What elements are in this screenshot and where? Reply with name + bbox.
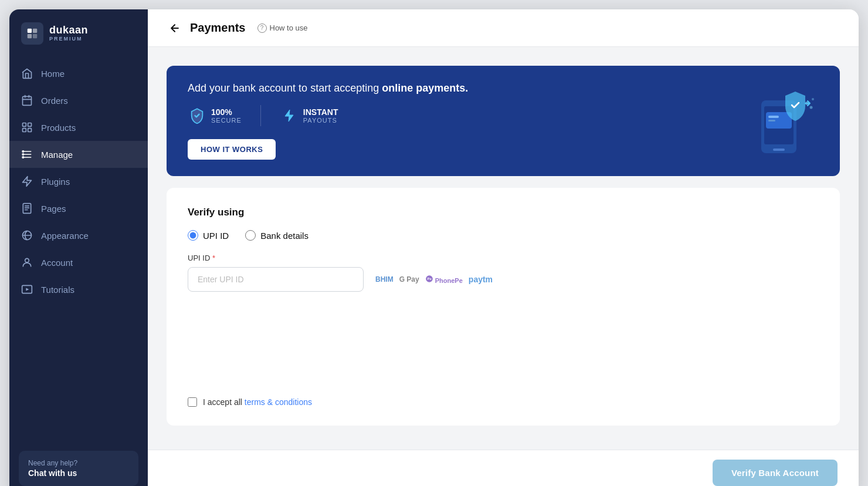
sidebar-item-manage-label: Manage <box>41 150 73 160</box>
gpay-logo: G Pay <box>399 275 419 284</box>
upi-radio[interactable] <box>188 230 198 241</box>
terms-text: I accept all terms & conditions <box>203 397 312 407</box>
sidebar-item-orders[interactable]: Orders <box>9 87 148 114</box>
sidebar-item-manage[interactable]: Manage <box>9 141 148 168</box>
svg-point-14 <box>25 258 29 262</box>
products-icon <box>21 122 33 133</box>
instant-top: INSTANT <box>303 107 338 117</box>
bank-option-label: Bank details <box>260 231 308 241</box>
account-icon <box>21 256 33 268</box>
topbar: Payments ? How to use <box>148 9 859 47</box>
svg-rect-8 <box>28 129 32 132</box>
upi-option-label: UPI ID <box>203 231 229 241</box>
secure-bot: SECURE <box>211 117 242 124</box>
radio-group: UPI ID Bank details <box>188 230 819 241</box>
required-mark: * <box>212 254 215 262</box>
instant-bot: PAYOUTS <box>303 117 338 124</box>
how-it-works-button[interactable]: HOW IT WORKS <box>188 139 276 160</box>
sidebar-item-appearance[interactable]: Appearance <box>9 222 148 249</box>
svg-point-26 <box>810 106 813 109</box>
sidebar-item-plugins-label: Plugins <box>41 177 70 187</box>
svg-point-25 <box>812 98 814 100</box>
sidebar-item-home[interactable]: Home <box>9 60 148 87</box>
sidebar: dukaan PREMIUM Home Orders <box>9 9 148 486</box>
svg-rect-20 <box>773 148 785 151</box>
logo-icon <box>21 22 43 45</box>
banner-title: Add your bank account to start accepting… <box>188 82 819 95</box>
page-title: Payments <box>190 21 246 35</box>
plugins-icon <box>21 176 33 187</box>
logo: dukaan PREMIUM <box>9 9 148 55</box>
banner-illustration <box>744 83 826 159</box>
sidebar-item-products[interactable]: Products <box>9 114 148 141</box>
shield-icon <box>188 106 206 125</box>
svg-marker-17 <box>285 110 293 122</box>
back-button[interactable] <box>167 20 183 36</box>
svg-rect-1 <box>33 29 37 33</box>
bank-radio[interactable] <box>245 230 256 241</box>
terms-link[interactable]: terms & conditions <box>245 397 312 407</box>
sidebar-item-products-label: Products <box>41 123 76 133</box>
bhim-logo: BHIM <box>375 275 394 284</box>
question-icon: ? <box>257 23 267 33</box>
sidebar-item-pages[interactable]: Pages <box>9 195 148 222</box>
svg-marker-16 <box>26 288 29 291</box>
svg-rect-23 <box>768 120 775 122</box>
upi-row: BHIM G Pay Pe PhonePe paytm <box>188 267 819 292</box>
paytm-logo: paytm <box>469 275 493 284</box>
secure-badge-text: 100% SECURE <box>211 107 242 124</box>
svg-point-11 <box>22 157 24 158</box>
svg-point-9 <box>22 151 24 153</box>
help-chat[interactable]: Chat with us <box>28 468 129 478</box>
badge-separator <box>260 105 261 126</box>
sidebar-item-account-label: Account <box>41 258 73 268</box>
pages-icon <box>21 203 33 214</box>
verify-title: Verify using <box>188 207 819 218</box>
manage-icon <box>21 148 33 160</box>
upi-radio-label[interactable]: UPI ID <box>188 230 229 241</box>
orders-icon <box>21 95 33 106</box>
svg-text:Pe: Pe <box>427 277 432 281</box>
sidebar-item-plugins[interactable]: Plugins <box>9 168 148 195</box>
logo-sub: PREMIUM <box>49 36 88 42</box>
svg-rect-22 <box>768 116 779 118</box>
instant-badge: INSTANT PAYOUTS <box>280 105 338 126</box>
banner-content: Add your bank account to start accepting… <box>188 82 819 160</box>
how-to-use-label: How to use <box>270 23 308 32</box>
upi-field-label: UPI ID * <box>188 254 819 262</box>
home-icon <box>21 68 33 79</box>
terms-prefix: I accept all <box>203 397 245 407</box>
sidebar-item-home-label: Home <box>41 69 65 79</box>
svg-rect-5 <box>23 123 26 127</box>
upi-input[interactable] <box>188 267 364 292</box>
secure-top: 100% <box>211 107 242 117</box>
how-to-use-link[interactable]: ? How to use <box>257 23 308 33</box>
terms-checkbox[interactable] <box>188 397 197 407</box>
instant-badge-text: INSTANT PAYOUTS <box>303 107 338 124</box>
sidebar-item-tutorials-label: Tutorials <box>41 285 74 295</box>
logo-name: dukaan <box>49 25 88 36</box>
bank-radio-label[interactable]: Bank details <box>245 230 308 241</box>
svg-rect-6 <box>28 123 32 127</box>
help-text: Need any help? <box>28 459 129 467</box>
sidebar-help: Need any help? Chat with us <box>19 451 138 486</box>
svg-point-10 <box>22 154 24 156</box>
tutorials-icon <box>21 284 33 295</box>
svg-rect-0 <box>28 29 32 33</box>
svg-rect-2 <box>28 34 32 38</box>
sidebar-item-orders-label: Orders <box>41 96 68 106</box>
banner-text-before: Add your bank account to start accepting <box>188 82 382 94</box>
lightning-icon <box>280 106 299 125</box>
sidebar-item-appearance-label: Appearance <box>41 231 89 241</box>
secure-badge: 100% SECURE <box>188 105 242 126</box>
sidebar-item-account[interactable]: Account <box>9 249 148 276</box>
main-area: Payments ? How to use Add your bank acco… <box>148 9 859 486</box>
appearance-icon <box>21 230 33 241</box>
terms-row: I accept all terms & conditions <box>188 397 819 407</box>
banner-text-bold: online payments. <box>382 82 468 94</box>
sidebar-item-tutorials[interactable]: Tutorials <box>9 276 148 303</box>
svg-rect-4 <box>23 96 32 105</box>
content-area: Add your bank account to start accepting… <box>148 47 859 450</box>
verify-bank-button[interactable]: Verify Bank Account <box>713 460 838 486</box>
svg-rect-7 <box>23 129 26 132</box>
